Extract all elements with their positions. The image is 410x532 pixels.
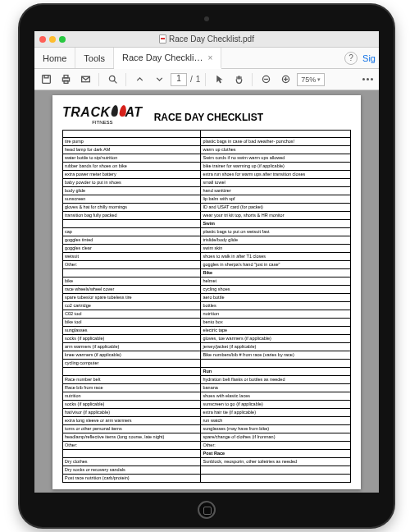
save-button[interactable]: [38, 71, 54, 88]
zoom-level-select[interactable]: 75% ▾: [297, 73, 325, 86]
tab-document-label: Race Day Checkli…: [122, 53, 203, 62]
checklist-cell-left: rubber bands for shoes on bike: [63, 163, 201, 171]
checklist-cell-left: tire pump: [63, 138, 201, 146]
close-tab-icon[interactable]: ×: [207, 53, 212, 62]
checklist-cell-left: Dry socks or recovery sandals: [63, 466, 201, 475]
tab-tools[interactable]: Tools: [75, 48, 114, 68]
checklist-cell-left: Race number belt: [63, 376, 201, 384]
checklist-cell-right: gloves, toe warmers (if applicable): [201, 335, 351, 343]
table-row: [63, 131, 351, 138]
more-tools-button[interactable]: [359, 71, 376, 88]
email-button[interactable]: [77, 71, 93, 88]
checklist-cell-left: Dry clothes: [63, 458, 201, 466]
table-row: C02 toolnutrition: [63, 310, 351, 319]
sign-in-link[interactable]: Sig: [362, 53, 379, 63]
checklist-cell-left: knee warmers (if applicable): [63, 351, 201, 360]
svg-rect-1: [44, 76, 48, 78]
svg-point-6: [109, 76, 115, 81]
table-row: cycling computer: [63, 360, 351, 368]
checklist-cell-left: tums or other personal items: [63, 425, 201, 433]
table-row: bike toolbento box: [63, 319, 351, 327]
pdf-file-icon: [159, 34, 166, 44]
checklist-cell-left: Other:: [63, 261, 201, 269]
checklist-cell-right: warm up clothes: [201, 146, 351, 154]
checklist-cell-right: jersey/jacket (if applicable): [201, 343, 351, 351]
checklist-cell-left: water bottle to sip/nutrition: [63, 154, 201, 163]
checklist-cell-right: Swim: [201, 220, 351, 228]
print-icon: [61, 74, 71, 85]
checklist-cell-right: [201, 131, 351, 138]
table-row: goggles clearswim skin: [63, 245, 351, 253]
help-button[interactable]: ?: [344, 52, 358, 65]
svg-rect-4: [64, 80, 68, 83]
checklist-cell-right: Bike: [201, 269, 351, 277]
table-row: nutritionshoes with elastic laces: [63, 392, 351, 401]
checklist-cell-right: cycling shoes: [201, 286, 351, 294]
prev-page-button[interactable]: [131, 71, 148, 88]
checklist-cell-right: Sunblock, neosporin, other toiletries as…: [201, 458, 351, 466]
cursor-icon: [214, 74, 225, 85]
checklist-cell-right: Run: [201, 368, 351, 376]
zoom-out-button[interactable]: [257, 71, 274, 88]
table-row: Post Race: [63, 450, 351, 458]
tab-document[interactable]: Race Day Checkli… ×: [114, 48, 221, 69]
checklist-cell-left: bike: [63, 277, 201, 286]
table-row: Race bib from racebanana: [63, 384, 351, 392]
tablet-home-button[interactable]: [198, 501, 216, 519]
checklist-cell-right: sunscreen to go (if applicable): [201, 401, 351, 409]
table-row: water bottle to sip/nutritionSwim cords …: [63, 154, 351, 163]
window-title: Race Day Checklist.pdf: [34, 34, 379, 44]
pdf-toolbar: 1 / 1 75% ▾: [34, 69, 379, 90]
brand-logo: TRACK AT FITNESS: [62, 103, 143, 125]
page-separator: /: [190, 75, 193, 84]
checklist-cell-right: trislide/body glide: [201, 236, 351, 245]
table-row: extra long sleeve or arm warmersrun watc…: [63, 417, 351, 425]
checklist-cell-left: goggles tinted: [63, 236, 201, 245]
document-viewport[interactable]: TRACK AT FITNESS RACE DAY CHECKLIST tire…: [34, 90, 379, 493]
table-row: rubber bands for shoes on bikebike train…: [63, 163, 351, 171]
checklist-cell-left: baby powder to put in shoes: [63, 179, 201, 187]
checklist-cell-right: wear your tri kit top, shorts & HR monit…: [201, 212, 351, 220]
checklist-cell-left: Race bib from race: [63, 384, 201, 392]
page-total: 1: [196, 75, 201, 84]
sign-in-label: Sig: [362, 53, 376, 63]
table-row: arm warmers (if applicable)jersey/jacket…: [63, 343, 351, 351]
print-button[interactable]: [57, 71, 74, 88]
help-icon-label: ?: [348, 53, 353, 62]
checklist-cell-left: sunglasses: [63, 327, 201, 335]
checklist-cell-right: Other:: [201, 442, 351, 450]
tablet-frame: Race Day Checklist.pdf Home Tools Race D…: [20, 5, 394, 527]
checklist-cell-right: [201, 475, 351, 483]
tab-home-label: Home: [43, 53, 66, 63]
checklist-cell-right: [201, 466, 351, 475]
checklist-cell-right: aero bottle: [201, 294, 351, 302]
checklist-cell-left: bike tool: [63, 319, 201, 327]
table-row: Bike: [63, 269, 351, 277]
find-button[interactable]: [104, 71, 121, 88]
checklist-cell-left: Other:: [63, 442, 201, 450]
table-row: race wheels/wheel covercycling shoes: [63, 286, 351, 294]
svg-rect-3: [64, 76, 68, 78]
checklist-cell-right: extra run shoes for warm ups after trans…: [201, 171, 351, 179]
table-row: Other:goggles in sherpa's hand "just in …: [63, 261, 351, 269]
separator: [252, 73, 253, 86]
checklist-cell-left: extra long sleeve or arm warmers: [63, 417, 201, 425]
checklist-cell-left: hat/visor (if applicable): [63, 409, 201, 417]
checklist-cell-left: [63, 269, 201, 277]
page-number-input[interactable]: 1: [171, 73, 187, 86]
selection-tool-button[interactable]: [211, 71, 227, 88]
checklist-cell-right: Swim cords if no swim warm ups allowed: [201, 154, 351, 163]
next-page-button[interactable]: [151, 71, 167, 88]
checklist-cell-right: sunglasses (may have from bike): [201, 425, 351, 433]
tab-home[interactable]: Home: [34, 48, 75, 68]
checklist-cell-left: goggles clear: [63, 245, 201, 253]
table-row: tire pumpplastic bags in case of bad wea…: [63, 138, 351, 146]
hand-tool-button[interactable]: [230, 71, 247, 88]
tabrow-right: ? Sig: [339, 48, 379, 68]
table-row: Race number belthydration belt flasks or…: [63, 376, 351, 384]
page-current: 1: [176, 74, 181, 83]
zoom-in-button[interactable]: [277, 71, 294, 88]
checklist-cell-right: banana: [201, 384, 351, 392]
table-row: baby powder to put in shoessmall towel: [63, 179, 351, 187]
window-titlebar: Race Day Checklist.pdf: [34, 31, 379, 48]
